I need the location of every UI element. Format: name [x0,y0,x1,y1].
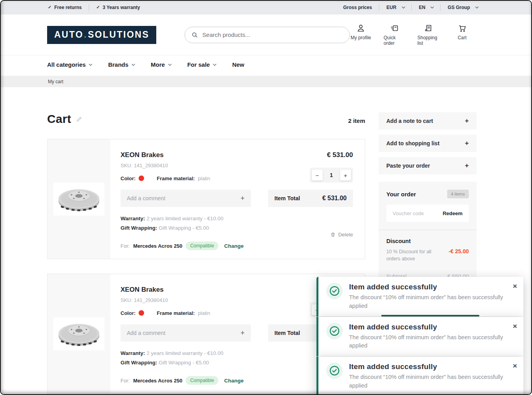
product-image[interactable] [53,183,104,216]
check-icon: ✓ [48,5,51,10]
page: ✓ Free returns ✓ 3 Years warranty Gross … [0,0,532,395]
nav-new[interactable]: New [232,61,244,68]
close-icon[interactable]: × [513,322,517,330]
chevron-down-icon [475,5,478,8]
delete-item-button[interactable]: Delete [330,232,353,238]
gift-wrapping-line: Gift Wrapping: Gift Wrapping - €5.00 [121,225,353,231]
quick-order-icon [390,24,399,33]
language-selector[interactable]: EN [419,5,433,10]
close-icon[interactable]: × [513,282,517,290]
divider [89,4,89,11]
plus-icon: + [465,117,469,125]
voucher-code-input[interactable] [386,210,436,216]
success-check-icon [326,362,343,379]
add-to-shopping-list-accordion[interactable]: Add to shopping list + [378,135,477,152]
toast-notification: Item added successfully The discount “10… [316,357,523,395]
cart-count: 2 item [348,117,365,124]
usp-label: 3 Years warranty [102,5,140,10]
edit-pencil-icon[interactable] [76,116,82,124]
plus-icon: + [465,139,469,147]
cart-item-card: XEON Brakes € 531.00 SKU: 141_29380410 C… [47,139,365,259]
add-note-accordion[interactable]: Add a note to cart + [378,112,477,130]
discount-title: Discount [386,238,469,244]
close-icon[interactable]: × [513,362,517,369]
toast-title: Item added successfully [349,283,505,291]
color-swatch-red [139,310,144,316]
breadcrumb-bar: My cart [0,76,532,87]
quantity-decrease-button[interactable]: − [312,170,323,181]
header-actions: My profile Quick order Shopping list Car… [350,24,473,46]
quick-order-button[interactable]: Quick order [384,24,406,46]
cart-item-body: XEON Brakes € 531.00 SKU: 141_29380410 C… [110,139,365,259]
cart-title-row: Cart 2 item [47,112,365,126]
comment-placeholder: Add a comment [127,195,240,201]
comment-placeholder: Add a comment [127,330,240,336]
product-name[interactable]: XEON Brakes [121,151,164,159]
profile-icon [356,24,366,33]
usp-warranty: ✓ 3 Years warranty [96,5,140,10]
toast-progress-bar [381,315,479,316]
divider [440,4,441,11]
usp-label: Free returns [54,5,82,10]
account-group-selector[interactable]: GS Group [448,5,478,10]
logo-text: SOLUTIONS [88,29,150,40]
toast-stack: Item added successfully The discount “10… [316,277,523,395]
my-profile-button[interactable]: My profile [350,24,372,46]
toast-message: The discount “10% off minimum order” has… [349,333,505,351]
product-image[interactable] [53,317,104,350]
add-comment-field[interactable]: Add a comment + [121,324,251,342]
divider [411,4,412,11]
discount-description: 10 % Discount for all orders above [386,248,446,262]
toast-title: Item added successfully [349,323,505,331]
change-vehicle-link[interactable]: Change [224,243,244,249]
product-price: € 531.00 [327,151,353,159]
brake-disc-image [56,185,102,214]
plus-icon: + [240,194,245,203]
items-count-badge: 4 items [447,190,469,198]
change-vehicle-link[interactable]: Change [224,378,244,384]
compatible-badge: Compatible [186,241,218,250]
usp-free-returns: ✓ Free returns [48,5,82,10]
divider [378,230,477,230]
redeem-button[interactable]: Redeem [436,210,469,216]
product-name[interactable]: XEON Brakes [121,286,164,294]
nav-more[interactable]: More [151,61,171,68]
add-comment-field[interactable]: Add a comment + [121,190,251,207]
product-image-pane [48,274,110,393]
toast-notification: Item added successfully The discount “10… [316,317,523,357]
check-icon: ✓ [96,5,100,10]
chevron-down-icon [168,62,171,66]
top-utility-bar: ✓ Free returns ✓ 3 Years warranty Gross … [0,0,532,15]
header: AUTO.SOLUTIONS My profile Quick order Sh… [0,15,532,55]
toast-message: The discount “10% off minimum order” has… [349,293,505,311]
plus-icon: + [465,162,469,170]
quantity-value: 1 [330,172,333,178]
chevron-down-icon [431,5,434,8]
shopping-list-icon [424,24,433,33]
page-title: Cart [47,112,71,126]
shopping-list-button[interactable]: Shopping list [417,24,439,46]
currency-selector[interactable]: EUR [386,5,404,10]
nav-for-sale[interactable]: For sale [187,61,216,68]
quantity-increase-button[interactable]: + [340,170,351,181]
chevron-down-icon [213,62,216,66]
breadcrumb[interactable]: My cart [48,79,63,84]
cart-button[interactable]: Cart [451,24,473,46]
main-nav: All categories Brands More For sale New [0,55,532,74]
logo[interactable]: AUTO.SOLUTIONS [47,26,156,44]
paste-order-accordion[interactable]: Paste your order + [378,157,477,174]
product-attributes: Color: Frame material: platin [121,310,210,316]
logo-dot: . [84,29,88,40]
toast-message: The discount “10% off minimum order” has… [349,373,505,390]
item-total-box: Item Total € 531.00 [268,190,353,207]
nav-all-categories[interactable]: All categories [47,61,91,68]
product-image-pane [48,139,110,259]
action-label: Shopping list [417,35,439,46]
compatible-badge: Compatible [186,376,218,385]
search-input[interactable] [185,27,350,43]
chevron-down-icon [89,62,92,66]
nav-brands[interactable]: Brands [108,61,134,68]
currency-value: EUR [386,5,396,10]
brake-disc-image [56,319,102,348]
order-summary-title: Your order [386,191,416,198]
